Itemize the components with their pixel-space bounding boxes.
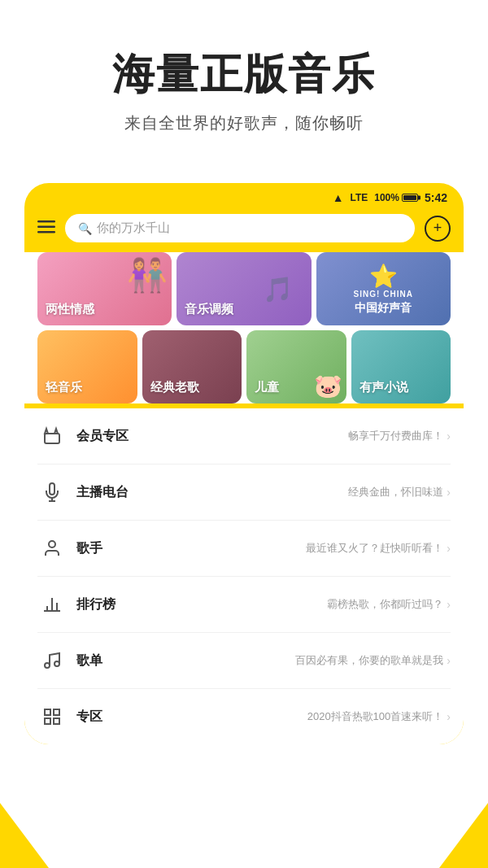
special-desc: 2020抖音热歌100首速来听！ bbox=[307, 709, 444, 724]
singer-arrow: › bbox=[447, 542, 451, 555]
radio-desc: 经典金曲，怀旧味道 bbox=[348, 485, 443, 499]
special-icon bbox=[37, 702, 67, 731]
deco-triangle-left bbox=[0, 803, 49, 868]
singer-icon bbox=[37, 534, 67, 563]
vip-name: 会员专区 bbox=[76, 428, 348, 445]
vip-icon bbox=[37, 421, 67, 451]
svg-rect-13 bbox=[45, 709, 50, 715]
svg-rect-1 bbox=[37, 226, 55, 229]
chart-arrow: › bbox=[447, 598, 451, 611]
battery-icon bbox=[402, 194, 418, 202]
grid-cell-yousheng[interactable]: 有声小说 bbox=[351, 330, 451, 403]
people-deco: 🎵 bbox=[244, 252, 312, 325]
search-row: 🔍 你的万水千山 + bbox=[24, 209, 464, 252]
china-voice-logo: ⭐ SING! CHINA 中国好声音 bbox=[354, 263, 413, 316]
radio-icon bbox=[37, 478, 67, 507]
cell-label-jingdian: 经典老歌 bbox=[150, 380, 199, 395]
singer-name: 歌手 bbox=[76, 540, 306, 557]
svg-rect-0 bbox=[37, 220, 55, 223]
menu-item-vip[interactable]: 会员专区 畅享千万付费曲库！ › bbox=[37, 408, 451, 465]
svg-point-11 bbox=[45, 663, 50, 668]
special-name: 专区 bbox=[76, 709, 307, 726]
menu-item-special[interactable]: 专区 2020抖音热歌100首速来听！ › bbox=[37, 689, 451, 744]
menu-list: 会员专区 畅享千万付费曲库！ › 主播电台 经典金曲，怀旧味道 › bbox=[24, 408, 464, 744]
phone-card: ▲ LTE 100% 5:42 🔍 你的万水千山 + 👫 两 bbox=[24, 183, 464, 744]
chart-name: 排行榜 bbox=[76, 596, 327, 613]
search-placeholder: 你的万水千山 bbox=[97, 220, 170, 236]
person-deco: 👫 bbox=[127, 256, 168, 294]
time-display: 5:42 bbox=[425, 191, 447, 204]
cell-label-liangsex: 两性情感 bbox=[46, 302, 94, 317]
playlist-desc: 百因必有果，你要的歌单就是我 bbox=[295, 653, 443, 668]
cell-label-music: 音乐调频 bbox=[185, 302, 233, 317]
playlist-icon bbox=[37, 646, 67, 675]
svg-rect-3 bbox=[45, 434, 59, 443]
svg-rect-14 bbox=[54, 709, 59, 715]
grid-section: 👫 两性情感 🎵 音乐调频 ⭐ SING! CHINA 中国好声音 bbox=[24, 252, 464, 403]
search-icon: 🔍 bbox=[78, 222, 92, 235]
menu-item-chart[interactable]: 排行榜 霸榜热歌，你都听过吗？ › bbox=[37, 577, 451, 633]
grid-cell-jingdian[interactable]: 经典老歌 bbox=[142, 330, 242, 403]
search-bar[interactable]: 🔍 你的万水千山 bbox=[65, 214, 415, 242]
svg-rect-15 bbox=[45, 718, 50, 724]
lte-label: LTE bbox=[350, 192, 368, 203]
top-section: 海量正版音乐 来自全世界的好歌声，随你畅听 bbox=[0, 0, 488, 167]
sub-title: 来自全世界的好歌声，随你畅听 bbox=[33, 112, 455, 134]
vip-arrow: › bbox=[447, 430, 451, 443]
hamburger-icon[interactable] bbox=[37, 219, 55, 238]
chart-icon bbox=[37, 590, 67, 619]
svg-rect-2 bbox=[37, 231, 55, 233]
add-button[interactable]: + bbox=[425, 216, 451, 242]
menu-item-singer[interactable]: 歌手 最近谁又火了？赶快听听看！ › bbox=[37, 521, 451, 577]
radio-name: 主播电台 bbox=[76, 484, 348, 501]
vip-desc: 畅享千万付费曲库！ bbox=[348, 429, 443, 443]
signal-icon: ▲ bbox=[333, 191, 344, 204]
chart-desc: 霸榜热歌，你都听过吗？ bbox=[327, 597, 443, 612]
cell-label-yousheng: 有声小说 bbox=[359, 380, 408, 395]
piggy-icon: 🐷 bbox=[314, 373, 342, 399]
menu-item-radio[interactable]: 主播电台 经典金曲，怀旧味道 › bbox=[37, 465, 451, 521]
grid-row-1: 👫 两性情感 🎵 音乐调频 ⭐ SING! CHINA 中国好声音 bbox=[37, 252, 451, 325]
deco-triangle-right bbox=[439, 803, 488, 868]
playlist-name: 歌单 bbox=[76, 652, 295, 670]
grid-row-2: 轻音乐 经典老歌 🐷 儿童 有声小说 bbox=[37, 330, 451, 403]
svg-rect-16 bbox=[54, 718, 59, 724]
playlist-arrow: › bbox=[447, 654, 451, 667]
grid-cell-haoying[interactable]: ⭐ SING! CHINA 中国好声音 bbox=[316, 252, 451, 325]
singer-desc: 最近谁又火了？赶快听听看！ bbox=[306, 541, 443, 556]
svg-point-6 bbox=[49, 541, 55, 547]
status-bar: ▲ LTE 100% 5:42 bbox=[24, 183, 464, 209]
grid-cell-liangsex[interactable]: 👫 两性情感 bbox=[37, 252, 172, 325]
main-title: 海量正版音乐 bbox=[33, 49, 455, 99]
special-arrow: › bbox=[447, 710, 451, 723]
cell-label-qingyinyue: 轻音乐 bbox=[46, 380, 82, 395]
menu-item-playlist[interactable]: 歌单 百因必有果，你要的歌单就是我 › bbox=[37, 633, 451, 689]
svg-point-12 bbox=[54, 661, 59, 666]
grid-cell-ertong[interactable]: 🐷 儿童 bbox=[246, 330, 346, 403]
cell-label-ertong: 儿童 bbox=[255, 380, 279, 395]
radio-arrow: › bbox=[447, 486, 451, 499]
grid-cell-music[interactable]: 🎵 音乐调频 bbox=[176, 252, 311, 325]
battery-info: 100% bbox=[374, 192, 418, 203]
grid-cell-qingyinyue[interactable]: 轻音乐 bbox=[37, 330, 137, 403]
